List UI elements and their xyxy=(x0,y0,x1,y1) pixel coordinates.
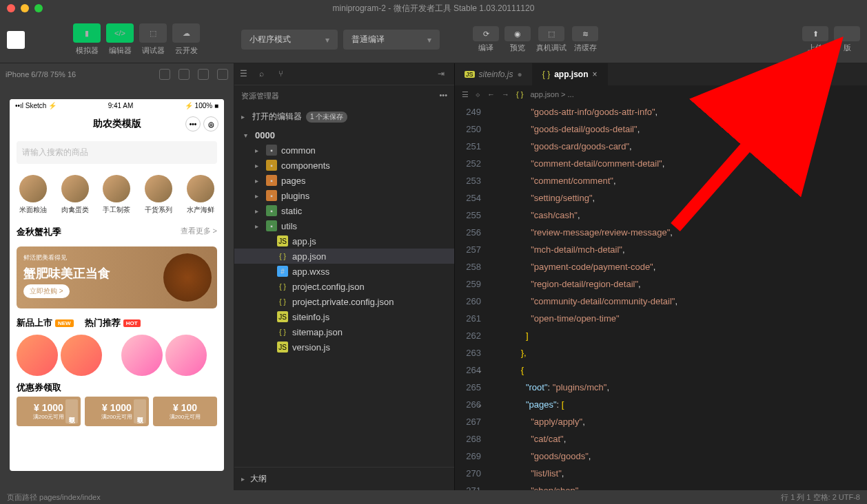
titlebar: miniprogram-2 - 微信开发者工具 Stable 1.03.2011… xyxy=(0,0,867,17)
category-item[interactable]: 肉禽蛋类 xyxy=(61,175,89,215)
more-icon[interactable]: ••• xyxy=(439,91,447,101)
window-title: miniprogram-2 - 微信开发者工具 Stable 1.03.2011… xyxy=(333,3,535,14)
version-icon xyxy=(834,26,860,41)
phone-preview[interactable]: ••ıl Sketch ⚡ 9:41 AM ⚡ 100% ■ 助农类模版 •••… xyxy=(10,99,224,471)
mute-icon[interactable] xyxy=(198,69,209,80)
phone-statusbar: ••ıl Sketch ⚡ 9:41 AM ⚡ 100% ■ xyxy=(10,99,224,112)
bug-icon: ⬚ xyxy=(139,23,167,43)
main-toolbar: ▮模拟器 </>编辑器 ⬚调试器 ☁云开发 小程序模式 普通编译 ⟳编译 ◉预览… xyxy=(0,17,867,63)
promo-banner[interactable]: 鲜活肥美看得见 蟹肥味美正当食 立即抢购 > xyxy=(17,246,217,308)
statusbar: 页面路径 pages/index/index 行 1 列 1 空格: 2 UTF… xyxy=(0,490,867,504)
tree-folder[interactable]: ▸▪plugins xyxy=(234,188,454,203)
home-icon[interactable] xyxy=(178,69,190,80)
mode-select[interactable]: 小程序模式 xyxy=(241,30,338,50)
back-icon[interactable]: ← xyxy=(487,90,495,98)
page-path[interactable]: 页面路径 pages/index/index xyxy=(7,492,781,503)
product-thumb[interactable] xyxy=(17,335,58,376)
cloud-icon: ☁ xyxy=(172,23,200,43)
tree-file[interactable]: { }sitemap.json xyxy=(234,324,454,339)
product-thumb[interactable] xyxy=(165,335,207,376)
tree-folder[interactable]: ▸▪pages xyxy=(234,173,454,188)
branch-icon[interactable]: ⑂ xyxy=(278,69,289,80)
outline-section[interactable]: ▸ 大纲 xyxy=(234,467,454,490)
device-icon: ⬚ xyxy=(538,26,564,41)
detach-icon[interactable] xyxy=(217,69,228,80)
tree-file[interactable]: { }project.private.config.json xyxy=(234,294,454,309)
explorer-icon[interactable]: ☰ xyxy=(240,69,251,80)
coupon-card[interactable]: ¥ 100满200元可用 xyxy=(153,397,217,426)
simulator-panel: iPhone 6/7/8 75% 16 ••ıl Sketch ⚡ 9:41 A… xyxy=(0,63,234,490)
simulator-toggle[interactable]: ▮模拟器 xyxy=(73,23,101,56)
tree-file[interactable]: { }project.config.json xyxy=(234,279,454,294)
upload-button[interactable]: ⬆上传 xyxy=(802,26,828,53)
product-thumb[interactable] xyxy=(61,335,102,376)
minimize-window[interactable] xyxy=(21,4,29,12)
tree-folder[interactable]: ▸▪utils xyxy=(234,218,454,233)
close-window[interactable] xyxy=(7,4,15,12)
search-icon[interactable]: ⌕ xyxy=(259,69,270,80)
editor-tab[interactable]: { } app.json × xyxy=(533,63,608,85)
section-title: 金秋蟹礼季 xyxy=(17,226,61,238)
tree-folder[interactable]: ▸▪static xyxy=(234,203,454,218)
capsule-close[interactable]: ◎ xyxy=(203,116,218,132)
compile-mode-select[interactable]: 普通编译 xyxy=(343,30,440,50)
coupon-card[interactable]: ¥ 1000满200元可用立即领取 xyxy=(85,397,149,426)
code-area[interactable]: 2492502512522532542552562572582592602612… xyxy=(455,103,867,490)
tree-folder[interactable]: ▸▪components xyxy=(234,158,454,173)
tree-root[interactable]: ▾0000 xyxy=(234,128,454,143)
tab-new[interactable]: 新品上市NEW xyxy=(17,317,74,329)
explorer-title: 资源管理器 xyxy=(241,91,279,101)
collapse-icon[interactable]: ⇥ xyxy=(438,69,449,80)
rotate-icon[interactable] xyxy=(159,69,170,80)
refresh-icon: ⟳ xyxy=(473,26,499,41)
phone-navbar: 助农类模版 ••• ◎ xyxy=(10,112,224,136)
cloud-toggle[interactable]: ☁云开发 xyxy=(172,23,200,56)
eye-icon: ◉ xyxy=(504,26,531,41)
version-button[interactable]: 版 xyxy=(834,26,860,53)
tree-file[interactable]: JSversion.js xyxy=(234,339,454,355)
section-more[interactable]: 查看更多 > xyxy=(181,226,217,238)
app-title: 助农类模版 xyxy=(93,118,141,130)
tree-file[interactable]: { }app.json xyxy=(234,249,454,264)
category-item[interactable]: 手工制茶 xyxy=(103,175,130,215)
breadcrumb[interactable]: app.json > ... xyxy=(530,90,573,98)
close-tab-icon: × xyxy=(593,70,598,79)
maximize-window[interactable] xyxy=(34,4,43,12)
category-item[interactable]: 水产海鲜 xyxy=(187,175,214,215)
cursor-info[interactable]: 行 1 列 1 空格: 2 UTF-8 xyxy=(781,492,860,503)
open-editors-section[interactable]: ▸ 打开的编辑器 1 个未保存 xyxy=(234,107,454,127)
capsule-menu[interactable]: ••• xyxy=(185,116,201,132)
toggle-icon[interactable]: ☰ xyxy=(462,90,469,99)
device-label[interactable]: iPhone 6/7/8 75% 16 xyxy=(6,70,151,78)
user-avatar[interactable] xyxy=(7,31,25,49)
category-item[interactable]: 米面粮油 xyxy=(19,175,47,215)
tree-folder[interactable]: ▸▪common xyxy=(234,143,454,158)
forward-icon[interactable]: → xyxy=(502,90,509,98)
clear-cache-button[interactable]: ≋清缓存 xyxy=(572,26,598,53)
tree-file[interactable]: JSapp.js xyxy=(234,233,454,249)
debugger-toggle[interactable]: ⬚调试器 xyxy=(139,23,167,56)
coupon-section-title: 优惠券领取 xyxy=(10,376,224,397)
tree-file[interactable]: JSsiteinfo.js xyxy=(234,309,454,324)
tree-file[interactable]: #app.wxss xyxy=(234,264,454,279)
preview-button[interactable]: ◉预览 xyxy=(504,26,531,53)
layers-icon: ≋ xyxy=(572,26,598,41)
editor-tab[interactable]: JS siteinfo.js ● xyxy=(455,63,533,85)
upload-icon: ⬆ xyxy=(802,26,828,41)
compile-button[interactable]: ⟳编译 xyxy=(473,26,499,53)
remote-debug-button[interactable]: ⬚真机调试 xyxy=(536,26,567,53)
close-tab-icon: ● xyxy=(518,70,522,79)
product-thumb[interactable] xyxy=(121,335,163,376)
tab-hot[interactable]: 热门推荐HOT xyxy=(85,317,141,329)
coupon-card[interactable]: ¥ 1000满200元可用立即领取 xyxy=(17,397,81,426)
search-input[interactable]: 请输入搜索的商品 xyxy=(17,141,217,164)
file-explorer: ☰ ⌕ ⑂ ⇥ 资源管理器 ••• ▸ 打开的编辑器 1 个未保存 ▾0000▸… xyxy=(234,63,455,490)
bookmark-icon[interactable]: ⟐ xyxy=(476,90,480,98)
code-editor: JS siteinfo.js ●{ } app.json × ☰ ⟐ ← → {… xyxy=(455,63,867,490)
phone-icon: ▮ xyxy=(73,23,101,43)
category-item[interactable]: 干货系列 xyxy=(145,175,172,215)
editor-toggle[interactable]: </>编辑器 xyxy=(106,23,134,56)
banner-cta[interactable]: 立即抢购 > xyxy=(23,284,70,298)
banner-image xyxy=(163,253,212,302)
code-icon: </> xyxy=(106,23,134,43)
